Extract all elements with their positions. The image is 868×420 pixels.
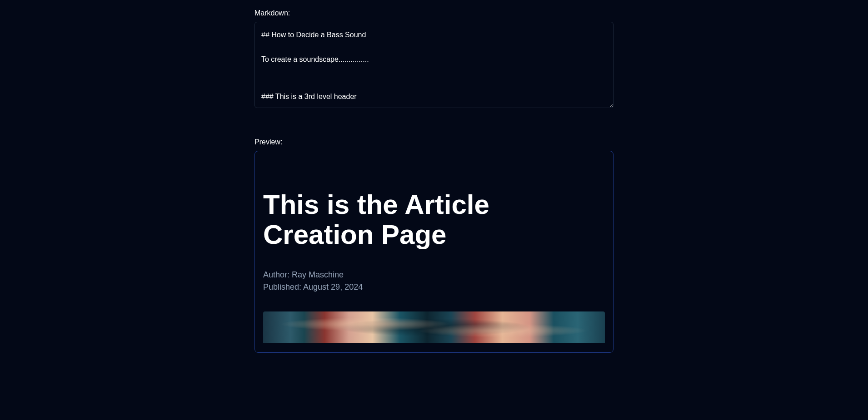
markdown-label: Markdown: <box>254 9 614 17</box>
section-spacer <box>254 110 614 138</box>
article-hero-image <box>263 311 605 343</box>
preview-label: Preview: <box>254 138 614 146</box>
author-line: Author: Ray Maschine <box>263 269 605 281</box>
editor-container: Markdown: Preview: This is the Article C… <box>254 9 614 420</box>
article-title: This is the Article Creation Page <box>263 190 605 250</box>
published-line: Published: August 29, 2024 <box>263 281 605 293</box>
article-meta: Author: Ray Maschine Published: August 2… <box>263 269 605 293</box>
markdown-input[interactable] <box>254 22 614 108</box>
preview-panel: This is the Article Creation Page Author… <box>254 151 614 353</box>
